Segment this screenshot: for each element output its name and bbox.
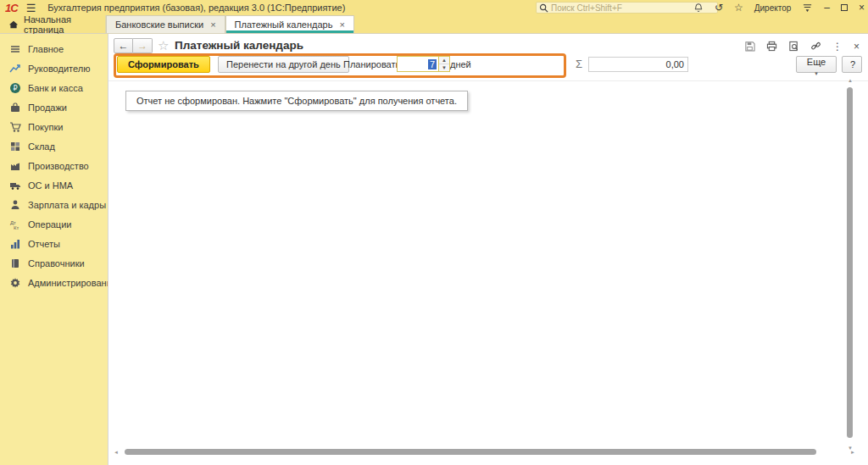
sum-value: 0,00	[666, 59, 684, 69]
sidebar-item-grid[interactable]: Склад	[0, 136, 108, 156]
notifications-bell-icon[interactable]	[693, 3, 704, 13]
sidebar: ГлавноеРуководителю₽Банк и кассаПродажиП…	[0, 34, 108, 465]
sidebar-item-label: Отчеты	[28, 239, 60, 249]
sidebar-item-person[interactable]: Зарплата и кадры	[0, 195, 108, 214]
global-search[interactable]	[536, 2, 718, 14]
save-icon[interactable]	[744, 41, 755, 52]
close-form-icon[interactable]: ×	[854, 42, 860, 52]
sidebar-item-label: Банк и касса	[28, 83, 83, 93]
barchart-icon	[8, 237, 21, 250]
move-to-other-day-button[interactable]: Перенести на другой день	[218, 56, 349, 73]
sidebar-item-briefcase[interactable]: Продажи	[0, 97, 108, 117]
favorite-star-icon[interactable]: ☆	[158, 38, 169, 53]
sidebar-item-book[interactable]: Справочники	[0, 253, 108, 273]
scroll-up-icon[interactable]: ▲	[847, 78, 854, 83]
horizontal-scroll-thumb[interactable]	[125, 449, 816, 455]
current-user-label[interactable]: Директор	[754, 3, 792, 13]
gear-icon	[8, 276, 21, 289]
restore-button[interactable]	[841, 4, 848, 11]
report-panel: ← → ☆ Платежный календарь ⋮ × Сформирова…	[108, 34, 868, 465]
tab-bar: Начальная страница Банковские выписки × …	[0, 15, 868, 34]
chevron-down-icon: ▾	[815, 70, 818, 76]
close-tab-icon[interactable]: ×	[339, 19, 344, 30]
sidebar-item-label: ОС и НМА	[28, 180, 73, 191]
sidebar-item-dtkt[interactable]: ДтКтОперации	[0, 214, 108, 234]
history-icon[interactable]: ↺	[715, 3, 723, 13]
tab-home[interactable]: Начальная страница	[0, 15, 106, 33]
tab-home-label: Начальная страница	[24, 14, 97, 35]
report-toolbar: Сформировать Перенести на другой день Пл…	[108, 56, 868, 76]
vertical-scroll-thumb[interactable]	[847, 87, 853, 438]
sidebar-item-label: Руководителю	[28, 64, 90, 74]
app-title: Бухгалтерия предприятия (базовая), редак…	[47, 3, 345, 13]
sidebar-nav: ГлавноеРуководителю₽Банк и кассаПродажиП…	[0, 34, 108, 292]
trend-icon	[8, 62, 21, 75]
book-icon	[8, 257, 21, 269]
home-icon	[8, 19, 19, 30]
sidebar-item-truck[interactable]: ОС и НМА	[0, 175, 108, 195]
person-icon	[8, 198, 21, 211]
sidebar-item-label: Производство	[28, 161, 89, 171]
sidebar-item-ruble[interactable]: ₽Банк и касса	[0, 78, 108, 97]
grid-icon	[8, 140, 21, 152]
sum-field[interactable]: 0,00	[588, 57, 688, 72]
plan-days-input[interactable]: 7	[397, 56, 439, 72]
stepper-down-icon[interactable]: ▼	[439, 64, 449, 71]
svg-text:Кт: Кт	[14, 225, 19, 230]
sidebar-item-label: Главное	[28, 44, 64, 54]
briefcase-icon	[8, 101, 21, 113]
sidebar-item-menu[interactable]: Главное	[0, 39, 108, 58]
plan-days-field: 7 ▲ ▼	[397, 56, 450, 72]
sidebar-item-factory[interactable]: Производство	[0, 156, 108, 175]
tab-label: Платежный календарь	[235, 19, 333, 30]
main-menu-icon[interactable]: ☰	[26, 2, 36, 14]
sidebar-item-barchart[interactable]: Отчеты	[0, 234, 108, 253]
link-icon[interactable]	[810, 41, 821, 52]
scroll-left-icon[interactable]: ◄	[114, 450, 119, 455]
scroll-right-icon[interactable]: ►	[850, 450, 855, 455]
service-menu-icon[interactable]	[802, 3, 813, 13]
plan-units-label: дней	[450, 59, 471, 69]
sidebar-item-label: Справочники	[28, 258, 85, 268]
favorites-star-icon[interactable]: ☆	[734, 3, 743, 13]
page-title: Платежный календарь	[175, 39, 303, 52]
more-button-label: Еще	[807, 57, 826, 67]
search-icon	[539, 3, 548, 13]
close-tab-icon[interactable]: ×	[210, 19, 215, 30]
help-button[interactable]: ?	[842, 56, 862, 73]
svg-text:₽: ₽	[13, 85, 17, 92]
sidebar-item-label: Склад	[28, 141, 55, 152]
more-dots-icon[interactable]: ⋮	[832, 42, 843, 52]
tab-label: Банковские выписки	[115, 19, 203, 30]
sidebar-item-cart[interactable]: Покупки	[0, 117, 108, 136]
sidebar-item-gear[interactable]: Администрирование	[0, 273, 108, 292]
empty-report-message: Отчет не сформирован. Нажмите "Сформиров…	[125, 91, 468, 111]
more-button[interactable]: Еще ▾	[796, 56, 837, 73]
vertical-scrollbar[interactable]: ▲ ▼	[847, 78, 854, 451]
sigma-icon: Σ	[576, 58, 582, 70]
factory-icon	[8, 159, 21, 172]
report-navrow: ← → ☆ Платежный календарь ⋮ ×	[108, 34, 868, 54]
close-window-button[interactable]: ×	[859, 3, 865, 13]
stepper-up-icon[interactable]: ▲	[439, 57, 449, 64]
minimize-button[interactable]: –	[824, 3, 830, 13]
sidebar-item-label: Покупки	[28, 122, 63, 132]
sidebar-item-label: Зарплата и кадры	[28, 200, 106, 210]
plan-days-stepper: ▲ ▼	[439, 56, 450, 72]
generate-button[interactable]: Сформировать	[117, 56, 210, 73]
print-icon[interactable]	[766, 41, 777, 52]
tab-bank-statements[interactable]: Банковские выписки ×	[106, 15, 225, 33]
back-button[interactable]: ←	[114, 38, 133, 53]
dtkt-icon: ДтКт	[8, 218, 21, 230]
forward-button[interactable]: →	[133, 38, 153, 53]
print-preview-icon[interactable]	[788, 41, 799, 52]
tab-payment-calendar[interactable]: Платежный календарь ×	[225, 15, 354, 33]
empty-report-message-text: Отчет не сформирован. Нажмите "Сформиров…	[136, 96, 457, 106]
truck-icon	[8, 179, 21, 191]
sidebar-item-label: Администрирование	[28, 278, 117, 288]
sidebar-item-trend[interactable]: Руководителю	[0, 58, 108, 78]
horizontal-scrollbar[interactable]: ◄ ►	[114, 449, 855, 456]
sidebar-item-label: Продажи	[28, 102, 67, 113]
toolbar-separator	[108, 80, 868, 81]
search-input[interactable]	[551, 3, 715, 13]
